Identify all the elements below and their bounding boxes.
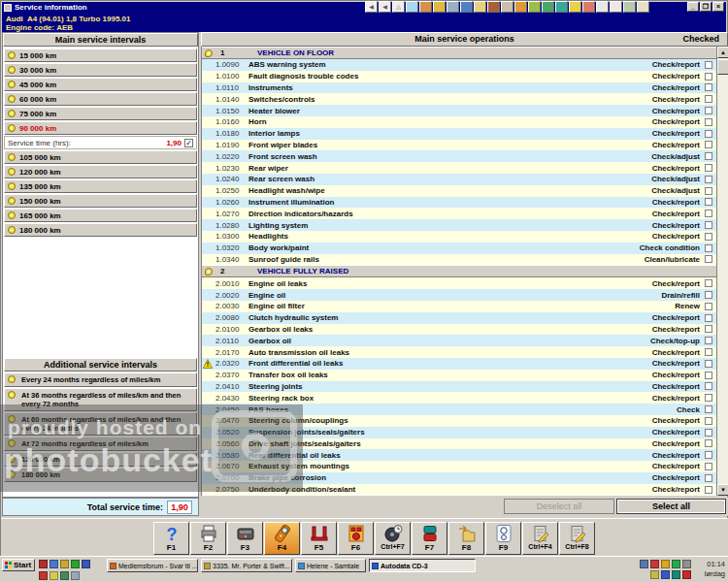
quick-launch-icon[interactable] <box>50 571 58 580</box>
operation-checkbox[interactable] <box>705 107 712 114</box>
app-tool-icon-1[interactable] <box>406 1 418 13</box>
operation-checkbox[interactable] <box>705 382 712 390</box>
operation-checkbox[interactable] <box>705 394 712 402</box>
operation-checkbox[interactable] <box>705 372 712 379</box>
operation-checkbox[interactable] <box>705 348 712 356</box>
fn-button-f5[interactable]: F5 <box>301 522 337 555</box>
app-tool-icon-15[interactable] <box>596 1 609 13</box>
operation-row[interactable]: 2.0020Engine oilDrain/refill <box>202 289 716 301</box>
close-button[interactable]: × <box>712 2 724 12</box>
operation-checkbox[interactable] <box>705 210 712 217</box>
additional-interval-button[interactable]: Every 24 months regardless of miles/km <box>4 372 197 387</box>
operation-checkbox[interactable] <box>705 314 712 322</box>
operation-checkbox[interactable] <box>705 244 712 252</box>
operation-row[interactable]: 2.0370Transfer box oil leaksCheck/report <box>202 370 716 381</box>
operation-checkbox[interactable] <box>705 325 712 333</box>
operation-row[interactable]: 1.0300HeadlightsCheck/report <box>202 231 716 242</box>
section-header[interactable]: 2VEHICLE FULLY RAISED <box>202 265 716 277</box>
operation-row[interactable]: 2.0100Gearbox oil leaksCheck/report <box>202 324 716 336</box>
deselect-all-button[interactable]: Deselect all <box>504 499 614 514</box>
operation-checkbox[interactable] <box>705 429 712 436</box>
quick-launch-icon[interactable] <box>50 560 58 568</box>
app-tool-icon-18[interactable] <box>637 1 649 13</box>
app-tool-icon-17[interactable] <box>623 1 636 13</box>
fn-button-f2[interactable]: F2 <box>190 522 226 555</box>
app-tool-icon-8[interactable] <box>501 1 513 13</box>
operation-checkbox[interactable] <box>705 291 712 299</box>
operation-row[interactable]: 1.0230Rear wiperCheck/report <box>202 162 716 174</box>
task-button[interactable]: Medlemsforum - Svar til ... <box>107 559 198 572</box>
operation-row[interactable]: 1.0250Headlight wash/wipeCheck/adjust <box>202 185 716 197</box>
quick-launch-icon[interactable] <box>71 560 80 568</box>
operation-checkbox[interactable] <box>705 233 712 241</box>
operation-row[interactable]: 1.0340Sunroof guide railsClean/lubricate <box>202 254 716 266</box>
app-tool-icon-10[interactable] <box>528 1 541 13</box>
interval-button[interactable]: 75 000 km <box>4 107 197 120</box>
operation-row[interactable]: 1.0320Body work/paintCheck condition <box>202 242 716 254</box>
fn-button-ctrl-f4[interactable]: Ctrl+F4 <box>522 522 558 555</box>
restore-button[interactable]: ❐ <box>700 2 711 12</box>
quick-launch-icon[interactable] <box>39 560 48 568</box>
fn-button-f9[interactable]: F9 <box>485 522 521 555</box>
quick-launch-icon[interactable] <box>82 560 90 568</box>
scrollbar-thumb[interactable] <box>717 59 728 75</box>
task-button[interactable]: 3335. Mr. Porter & Swift... <box>201 559 292 572</box>
service-time-checkbox[interactable]: ✓ <box>184 139 193 147</box>
operation-checkbox[interactable] <box>705 279 712 287</box>
fn-button-f1[interactable]: ?F1 <box>153 522 189 555</box>
tray-icon[interactable] <box>650 570 659 579</box>
interval-button[interactable]: 45 000 km <box>4 78 197 91</box>
app-tool-icon-16[interactable] <box>610 1 622 13</box>
operation-checkbox[interactable] <box>705 61 712 69</box>
operation-row[interactable]: 2.0030Engine oil filterRenew <box>202 301 716 312</box>
operation-row[interactable]: 2.0110Gearbox oilCheck/top-up <box>202 335 716 346</box>
operation-checkbox[interactable] <box>705 164 712 172</box>
operation-row[interactable]: 1.0260Instrument illuminationCheck/repor… <box>202 197 716 209</box>
warning-triangle-icon[interactable]: △ <box>392 1 405 13</box>
tray-icon[interactable] <box>650 560 659 568</box>
operation-checkbox[interactable] <box>705 95 712 103</box>
interval-button[interactable]: 30 000 km <box>4 63 197 77</box>
app-tool-icon-6[interactable] <box>474 1 486 13</box>
operation-checkbox[interactable] <box>705 255 712 263</box>
fn-button-f3[interactable]: F3 <box>227 522 263 555</box>
app-tool-icon-3[interactable] <box>433 1 446 13</box>
tray-icon[interactable] <box>682 560 691 568</box>
operation-row[interactable]: 1.0270Direction indicators/hazardsCheck/… <box>202 208 716 219</box>
operation-row[interactable]: 2.0410Steering jointsCheck/report <box>202 381 716 393</box>
operation-row[interactable]: 1.0110InstrumentsCheck/report <box>202 82 716 94</box>
operation-checkbox[interactable] <box>705 486 712 494</box>
operation-row[interactable]: 1.0160HornCheck/report <box>202 116 716 128</box>
operation-row[interactable]: 2.0080Clutch hydraulic systemCheck/repor… <box>202 312 716 324</box>
operation-row[interactable]: 1.0220Front screen washCheck/adjust <box>202 150 716 162</box>
operation-checkbox[interactable] <box>705 152 712 160</box>
tray-icon[interactable] <box>661 570 670 579</box>
operation-checkbox[interactable] <box>705 463 712 470</box>
task-button[interactable]: Autodata CD-3 <box>369 559 476 572</box>
operation-checkbox[interactable] <box>705 176 712 183</box>
fn-button-f6[interactable]: F6 <box>338 522 374 555</box>
operation-checkbox[interactable] <box>705 141 712 148</box>
app-tool-icon-9[interactable] <box>514 1 527 13</box>
vertical-scrollbar[interactable]: ▲ ▼ <box>716 47 728 496</box>
operation-checkbox[interactable] <box>705 417 712 425</box>
operation-row[interactable]: 2.0430Steering rack boxCheck/report <box>202 392 716 404</box>
operation-checkbox[interactable] <box>705 451 712 459</box>
operation-checkbox[interactable] <box>705 118 712 126</box>
operation-checkbox[interactable] <box>705 474 712 482</box>
interval-button[interactable]: 60 000 km <box>4 92 197 106</box>
app-tool-icon-7[interactable] <box>487 1 500 13</box>
app-tool-icon-5[interactable] <box>460 1 473 13</box>
app-tool-icon-11[interactable] <box>542 1 554 13</box>
operation-checkbox[interactable] <box>705 405 712 413</box>
scroll-down-icon[interactable]: ▼ <box>717 484 728 496</box>
operation-row[interactable]: 2.0010Engine oil leaksCheck/report <box>202 277 716 289</box>
app-tool-icon-2[interactable] <box>419 1 432 13</box>
operation-checkbox[interactable] <box>705 73 712 81</box>
operation-checkbox[interactable] <box>705 221 712 229</box>
fn-button-f4[interactable]: F4 <box>264 522 300 555</box>
quick-launch-icon[interactable] <box>60 571 69 580</box>
operation-row[interactable]: 1.0090ABS warning systemCheck/report <box>202 59 716 71</box>
app-tool-icon-4[interactable] <box>447 1 459 13</box>
fn-button-ctrl-f8[interactable]: Ctrl+F8 <box>559 522 595 555</box>
